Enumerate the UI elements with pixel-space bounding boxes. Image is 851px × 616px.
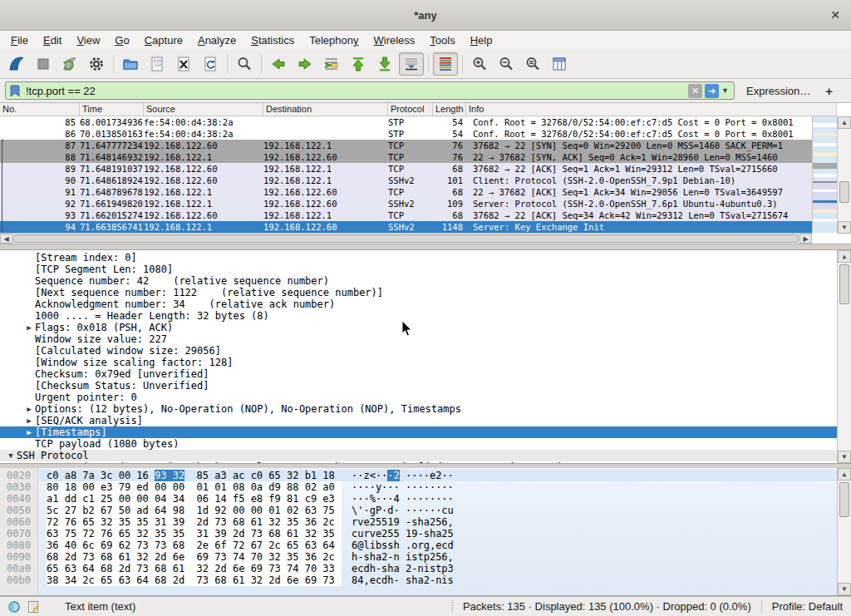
scroll-down-arrow[interactable]: ▼ <box>838 451 851 463</box>
detail-line[interactable]: ▶Flags: 0x018 (PSH, ACK) <box>0 322 837 333</box>
scroll-up-arrow[interactable]: ▲ <box>838 116 851 129</box>
packet-row-90[interactable]: 9071.648618924192.168.122.60192.168.122.… <box>0 175 812 186</box>
menu-edit[interactable]: Edit <box>36 32 69 48</box>
column-header-length[interactable]: Length <box>433 103 466 116</box>
capture-options-button[interactable] <box>84 52 109 76</box>
filter-text[interactable]: !tcp.port == 22 <box>26 85 686 97</box>
packet-row-91[interactable]: 9171.648789678192.168.122.1192.168.122.6… <box>0 186 812 198</box>
detail-line[interactable]: [Stream index: 0] <box>0 252 837 264</box>
ascii-bytes[interactable]: \'·gP·d· ······cu <box>352 505 454 516</box>
detail-line[interactable]: Checksum: 0x79ed [unverified] <box>0 368 837 380</box>
detail-line[interactable]: [Next sequence number: 1122 (relative se… <box>0 287 837 298</box>
scroll-thumb[interactable] <box>13 234 799 243</box>
hex-bytes[interactable]: 80 18 00 e3 79 ed 00 00 01 01 08 0a d9 8… <box>47 481 342 493</box>
menu-statistics[interactable]: Statistics <box>243 32 302 48</box>
status-profile[interactable]: Profile: Default <box>761 600 851 613</box>
column-header-no[interactable]: No. <box>0 103 80 116</box>
hex-bytes[interactable]: 65 63 64 68 2d 73 68 61 32 2d 6e 69 73 7… <box>47 563 342 574</box>
go-last-button[interactable] <box>372 52 397 76</box>
detail-line[interactable]: TCP payload (1080 bytes) <box>0 438 837 450</box>
expander-closed-icon[interactable]: ▶ <box>23 403 35 415</box>
menu-capture[interactable]: Capture <box>137 32 190 48</box>
menu-go[interactable]: Go <box>107 32 136 48</box>
go-to-packet-button[interactable] <box>319 52 344 76</box>
zoom-original-button[interactable] <box>520 52 545 76</box>
ascii-bytes[interactable]: 6@libssh .org,ecd <box>352 540 454 551</box>
ascii-bytes[interactable]: ···%···4 ········ <box>352 493 454 505</box>
hex-row-0050[interactable]: 00505c 27 b2 67 50 ad 64 98 1d 92 00 00 … <box>0 505 837 516</box>
scroll-down-arrow[interactable]: ▼ <box>838 221 851 234</box>
zoom-out-button[interactable] <box>494 52 519 76</box>
scroll-thumb[interactable] <box>839 482 849 517</box>
hex-row-0040[interactable]: 0040a1 dd c1 25 00 00 04 34 06 14 f5 e8 … <box>0 493 837 505</box>
menu-help[interactable]: Help <box>463 32 500 48</box>
auto-scroll-button[interactable] <box>399 52 424 76</box>
hex-row-0030[interactable]: 003080 18 00 e3 79 ed 00 00 01 01 08 0a … <box>0 481 837 493</box>
go-back-button[interactable] <box>266 52 291 76</box>
column-header-source[interactable]: Source <box>144 103 263 116</box>
zoom-in-button[interactable] <box>467 52 492 76</box>
column-header-protocol[interactable]: Protocol <box>388 103 433 116</box>
packet-row-85[interactable]: 8568.001734936fe:54:00:d4:38:2aSTP54Conf… <box>0 116 812 128</box>
detail-line[interactable]: ▶Options: (12 bytes), No-Operation (NOP)… <box>0 403 837 415</box>
hex-row-0080[interactable]: 008036 40 6c 69 62 73 73 68 2e 6f 72 67 … <box>0 540 837 551</box>
expander-closed-icon[interactable]: ▶ <box>23 415 35 426</box>
ascii-bytes[interactable]: h-sha2-n istp256, <box>352 551 454 563</box>
bookmark-icon[interactable] <box>10 85 22 97</box>
detail-line[interactable]: ▼SSH Protocol <box>0 450 837 461</box>
hex-bytes[interactable]: c0 a8 7a 3c 00 16 93 32 85 a3 ac c0 65 3… <box>47 470 342 481</box>
intelligent-scrollbar-minimap[interactable] <box>812 116 837 233</box>
scroll-down-arrow[interactable]: ▼ <box>838 583 851 595</box>
detail-line[interactable]: 1000 .... = Header Length: 32 bytes (8) <box>0 310 837 322</box>
stop-capture-button[interactable] <box>31 52 56 76</box>
capture-comment-icon[interactable] <box>27 600 40 614</box>
ascii-bytes[interactable]: ··z<···2 ····e2·· <box>352 470 454 481</box>
menu-view[interactable]: View <box>69 32 107 48</box>
expander-open-icon[interactable]: ▼ <box>5 450 17 461</box>
scroll-thumb[interactable] <box>839 264 849 304</box>
hex-bytes[interactable]: 72 76 65 32 35 35 31 39 2d 73 68 61 32 3… <box>47 516 342 528</box>
hex-bytes[interactable]: 36 40 6c 69 62 73 73 68 2e 6f 72 67 2c 6… <box>47 540 342 551</box>
scroll-up-arrow[interactable]: ▲ <box>838 468 851 480</box>
scroll-right-arrow[interactable]: ▶ <box>799 234 812 244</box>
menu-wireless[interactable]: Wireless <box>366 32 423 48</box>
scroll-thumb[interactable] <box>839 181 849 203</box>
expander-closed-icon[interactable]: ▶ <box>23 426 35 438</box>
detail-line[interactable]: [Calculated window size: 29056] <box>0 345 837 357</box>
colorize-button[interactable] <box>433 52 458 76</box>
details-vscrollbar[interactable]: ▲ ▼ <box>837 250 851 463</box>
menu-analyze[interactable]: Analyze <box>190 32 243 48</box>
detail-line[interactable]: ▶[Timestamps] <box>0 426 837 438</box>
close-file-button[interactable] <box>171 52 196 76</box>
detail-line[interactable]: [TCP Segment Len: 1080] <box>0 264 837 275</box>
packet-list-hscrollbar[interactable]: ◀ ▶ <box>0 233 812 244</box>
display-filter-input[interactable]: !tcp.port == 22 ✕ ➔ ▼ <box>5 81 735 100</box>
go-forward-button[interactable] <box>293 52 317 76</box>
detail-line[interactable]: ▶[SEQ/ACK analysis] <box>0 415 837 426</box>
hex-row-00a0[interactable]: 00a065 63 64 68 2d 73 68 61 32 2d 6e 69 … <box>0 563 837 574</box>
hex-bytes[interactable]: 38 34 2c 65 63 64 68 2d 73 68 61 32 2d 6… <box>47 574 342 586</box>
ascii-bytes[interactable]: rve25519 -sha256, <box>352 516 454 528</box>
hex-bytes[interactable]: 63 75 72 76 65 32 35 35 31 39 2d 73 68 6… <box>47 528 342 540</box>
packet-row-93[interactable]: 9371.662015274192.168.122.60192.168.122.… <box>0 209 812 221</box>
expert-info-icon[interactable] <box>7 600 21 614</box>
filter-clear-button[interactable]: ✕ <box>688 84 702 98</box>
hex-row-0020[interactable]: 0020c0 a8 7a 3c 00 16 93 32 85 a3 ac c0 … <box>0 470 837 481</box>
detail-line[interactable]: Window size value: 227 <box>0 333 837 345</box>
detail-line[interactable]: Acknowledgment number: 34 (relative ack … <box>0 298 837 310</box>
resize-columns-button[interactable] <box>547 52 572 76</box>
packet-row-94[interactable]: 9471.663856741192.168.122.1192.168.122.6… <box>0 221 812 233</box>
scroll-up-arrow[interactable]: ▲ <box>838 250 851 263</box>
ascii-bytes[interactable]: ecdh-sha 2-nistp3 <box>352 563 454 574</box>
restart-capture-button[interactable] <box>57 52 82 76</box>
filter-apply-button[interactable]: ➔ <box>705 84 719 98</box>
bytes-vscrollbar[interactable]: ▲ ▼ <box>837 468 851 595</box>
column-header-time[interactable]: Time <box>80 103 144 116</box>
hex-row-0090[interactable]: 009068 2d 73 68 61 32 2d 6e 69 73 74 70 … <box>0 551 837 563</box>
column-header-destination[interactable]: Destination <box>263 103 388 116</box>
go-first-button[interactable] <box>346 52 371 76</box>
packet-row-89[interactable]: 8971.648191037192.168.122.60192.168.122.… <box>0 163 812 175</box>
packet-row-88[interactable]: 8871.648146932192.168.122.1192.168.122.6… <box>0 151 812 163</box>
detail-line[interactable]: Sequence number: 42 (relative sequence n… <box>0 275 837 287</box>
reload-file-button[interactable] <box>198 52 223 76</box>
